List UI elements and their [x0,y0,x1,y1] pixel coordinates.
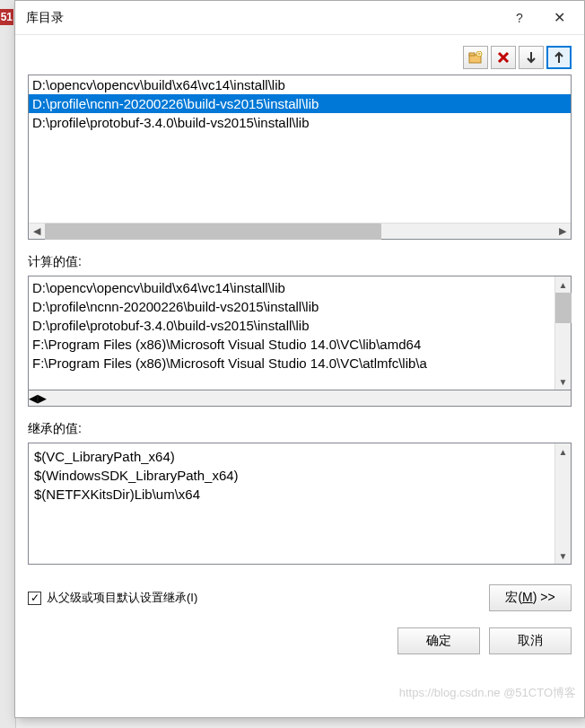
list-item: $(WindowsSDK_LibraryPath_x64) [34,466,549,485]
list-item: $(NETFXKitsDir)Lib\um\x64 [34,485,549,504]
inherited-label: 继承的值: [28,421,572,437]
list-item: F:\Program Files (x86)\Microsoft Visual … [32,354,551,373]
macros-button[interactable]: 宏(M) >> [489,584,572,611]
inherit-checkbox[interactable]: ✓ 从父级或项目默认设置继承(I) [28,590,489,606]
list-item: F:\Program Files (x86)\Microsoft Visual … [32,335,551,354]
inherited-vscrollbar[interactable]: ▲ ▼ [554,443,571,564]
calculated-label: 计算的值: [28,254,572,270]
inherited-listbox[interactable]: $(VC_LibraryPath_x64)$(WindowsSDK_Librar… [28,443,572,565]
arrow-down-icon [526,51,537,64]
ok-button[interactable]: 确定 [397,627,480,654]
dialog-title: 库目录 [26,10,500,26]
calculated-listbox[interactable]: D:\opencv\opencv\build\x64\vc14\install\… [28,276,572,390]
list-item: D:\opencv\opencv\build\x64\vc14\install\… [32,278,551,297]
delete-icon [497,51,510,64]
entries-listbox[interactable]: D:\opencv\opencv\build\x64\vc14\install\… [28,75,572,240]
list-item: D:\profile\protobuf-3.4.0\build-vs2015\i… [32,316,551,335]
scroll-down-icon[interactable]: ▼ [555,548,571,564]
inherit-checkbox-label: 从父级或项目默认设置继承(I) [47,590,197,606]
new-folder-icon [468,51,483,64]
scroll-left-icon[interactable]: ◀ [29,391,38,405]
list-item[interactable]: D:\profile\protobuf-3.4.0\build-vs2015\i… [29,113,571,132]
list-toolbar [28,46,572,69]
scroll-up-icon[interactable]: ▲ [555,443,571,460]
close-icon: ✕ [554,9,565,26]
move-down-button[interactable] [519,46,544,69]
list-item: D:\profile\ncnn-20200226\build-vs2015\in… [32,297,551,316]
svg-rect-1 [469,53,475,56]
scroll-left-icon[interactable]: ◀ [29,224,45,240]
move-up-button[interactable] [546,46,572,69]
delete-button[interactable] [491,46,516,69]
list-item[interactable]: D:\opencv\opencv\build\x64\vc14\install\… [29,75,571,94]
list-item[interactable]: D:\profile\ncnn-20200226\build-vs2015\in… [29,94,571,113]
scroll-up-icon[interactable]: ▲ [555,276,571,293]
scroll-right-icon[interactable]: ▶ [554,224,571,240]
library-directories-dialog: 库目录 ? ✕ [14,0,585,718]
bg-badge: 51 [0,9,13,25]
scroll-down-icon[interactable]: ▼ [555,373,571,390]
entries-hscrollbar[interactable]: ◀ ▶ [29,223,571,239]
scroll-right-icon[interactable]: ▶ [38,391,47,405]
titlebar: 库目录 ? ✕ [15,1,584,35]
calculated-vscrollbar[interactable]: ▲ ▼ [554,276,571,390]
calculated-hscrollbar[interactable]: ◀ ▶ [28,390,572,407]
cancel-button[interactable]: 取消 [489,627,572,654]
macros-label: 宏(M) >> [505,590,554,606]
close-button[interactable]: ✕ [539,4,579,32]
help-icon: ? [516,11,523,25]
arrow-up-icon [554,51,564,64]
list-item: $(VC_LibraryPath_x64) [34,447,549,466]
checkbox-icon: ✓ [28,592,41,605]
new-folder-button[interactable] [463,46,488,69]
help-button[interactable]: ? [500,4,539,32]
